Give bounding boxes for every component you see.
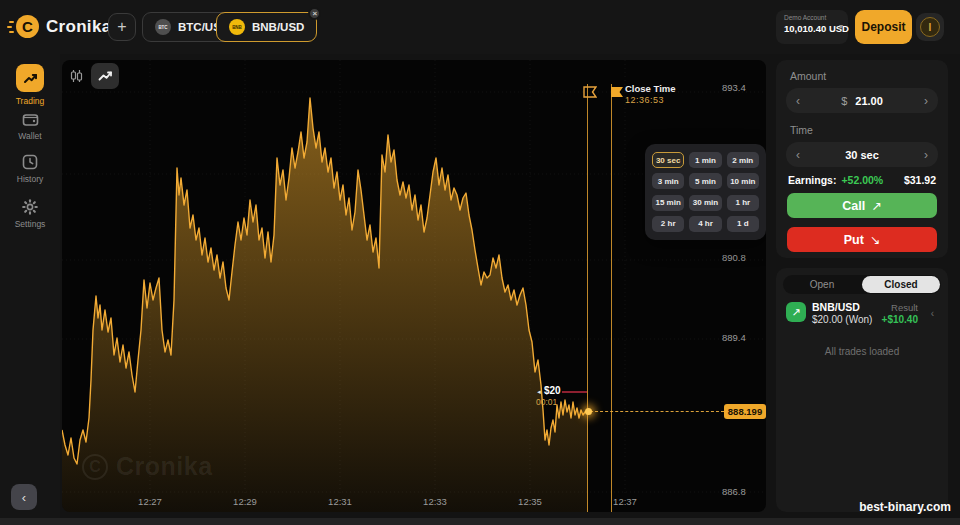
close-time-title: Close Time — [625, 83, 676, 94]
time-option-15min[interactable]: 15 min — [652, 195, 684, 211]
call-button[interactable]: Call↗ — [787, 193, 937, 218]
earnings-row: Earnings: +52.00% $31.92 — [788, 174, 936, 186]
gear-icon — [22, 199, 38, 215]
time-value[interactable]: 30 sec — [845, 149, 879, 161]
amount-value[interactable]: 21.00 — [855, 95, 883, 107]
btc-coin-icon: BTC — [155, 19, 171, 35]
chart-watermark: C Cronika — [82, 452, 213, 481]
time-option-1hr[interactable]: 1 hr — [727, 195, 759, 211]
time-axis-label: 12:35 — [510, 496, 550, 507]
time-option-1min[interactable]: 1 min — [689, 152, 721, 168]
entry-price-line — [562, 391, 587, 393]
avatar[interactable]: I — [916, 13, 944, 41]
trade-marker: ◄$20 00:01 — [536, 385, 561, 407]
entry-time-line — [587, 84, 588, 512]
call-label: Call — [842, 199, 865, 213]
logo-text: Cronika — [46, 17, 111, 37]
site-watermark: best-binary.com — [859, 500, 951, 514]
time-option-2min[interactable]: 2 min — [727, 152, 759, 168]
put-button[interactable]: Put↘ — [787, 227, 937, 252]
watermark-logo-icon: C — [82, 454, 108, 480]
trading-app: C Cronika + BTC BTC/USD BNB BNB/USD × De… — [0, 0, 960, 525]
sidebar-label-wallet: Wallet — [0, 131, 60, 141]
sidebar-label-history: History — [0, 174, 60, 184]
avatar-initial: I — [920, 17, 940, 37]
chevron-down-icon: ▾ — [839, 22, 843, 31]
marker-triangle-icon: ◄ — [536, 389, 542, 395]
trade-pair: BNB/USD — [812, 301, 860, 313]
sidebar-item-settings[interactable]: Settings — [0, 199, 60, 229]
price-axis-label: 886.8 — [722, 486, 764, 497]
close-time-label: Close Time 12:36:53 — [625, 83, 676, 105]
plus-icon: + — [117, 18, 126, 36]
deposit-button[interactable]: Deposit — [855, 10, 912, 44]
logo-icon: C — [16, 15, 39, 38]
sidebar-item-history[interactable]: History — [0, 154, 60, 184]
time-option-30min[interactable]: 30 min — [689, 195, 721, 211]
bnb-coin-icon: BNB — [229, 19, 245, 35]
time-option-30sec[interactable]: 30 sec — [652, 152, 684, 168]
bottom-strip — [0, 518, 960, 525]
trades-tabs: Open Closed — [783, 275, 941, 294]
chart-toolbar — [62, 60, 119, 92]
time-axis-label: 12:31 — [320, 496, 360, 507]
close-time-value: 12:36:53 — [625, 95, 676, 105]
trades-loaded-message: All trades loaded — [776, 346, 948, 357]
app-logo[interactable]: C Cronika — [16, 15, 111, 38]
sidebar-item-trading[interactable]: Trading — [0, 64, 60, 106]
tab-bnbusd-label: BNB/USD — [252, 21, 304, 33]
price-axis-label: 890.8 — [722, 252, 764, 263]
time-option-1d[interactable]: 1 d — [727, 216, 759, 232]
amount-increase-button[interactable]: › — [924, 94, 928, 108]
earnings-percent: +52.00% — [841, 174, 883, 186]
sidebar-label-trading: Trading — [0, 96, 60, 106]
price-axis-label: 889.4 — [722, 332, 764, 343]
sidebar-collapse-button[interactable]: ‹ — [11, 484, 37, 510]
time-stepper: ‹ 30 sec › — [786, 142, 938, 167]
sidebar-label-settings: Settings — [0, 219, 60, 229]
time-option-4hr[interactable]: 4 hr — [689, 216, 721, 232]
trading-chart-icon — [16, 64, 44, 92]
time-increase-button[interactable]: › — [924, 148, 928, 162]
line-chart-type-button[interactable] — [91, 63, 119, 89]
close-tab-icon[interactable]: × — [308, 7, 321, 20]
time-decrease-button[interactable]: ‹ — [796, 148, 800, 162]
amount-label: Amount — [790, 70, 826, 82]
trades-panel: Open Closed ↗ BNB/USD $20.00 (Won) Resul… — [776, 268, 948, 512]
amount-stepper: ‹ $21.00 › — [786, 88, 938, 113]
earnings-label: Earnings: — [788, 174, 836, 186]
tab-closed[interactable]: Closed — [862, 276, 940, 293]
time-axis-label: 12:33 — [415, 496, 455, 507]
price-axis-label: 893.4 — [722, 82, 764, 93]
earnings-value: $31.92 — [904, 174, 936, 186]
wallet-icon — [22, 112, 39, 127]
time-option-10min[interactable]: 10 min — [727, 173, 759, 189]
time-option-3min[interactable]: 3 min — [652, 173, 684, 189]
entry-flag-icon — [583, 86, 597, 98]
topbar: C Cronika + BTC BTC/USD BNB BNB/USD × De… — [0, 0, 960, 54]
candlestick-icon[interactable] — [70, 69, 83, 83]
chevron-left-icon: ‹ — [22, 490, 26, 505]
tab-bnbusd[interactable]: BNB BNB/USD × — [216, 12, 317, 42]
watermark-text: Cronika — [116, 452, 213, 481]
chart-panel: C Cronika Close Time 12:36:53 ◄$20 00:01… — [62, 60, 766, 512]
tab-open[interactable]: Open — [783, 275, 861, 294]
account-type-label: Demo Account — [784, 14, 840, 21]
trade-marker-countdown: 00:01 — [536, 397, 561, 407]
sidebar-item-wallet[interactable]: Wallet — [0, 112, 60, 141]
account-selector[interactable]: Demo Account 10,010.40 USD ▾ — [776, 10, 848, 44]
price-chart[interactable] — [62, 60, 766, 512]
line-chart-icon — [98, 70, 113, 82]
time-option-2hr[interactable]: 2 hr — [652, 216, 684, 232]
amount-decrease-button[interactable]: ‹ — [796, 94, 800, 108]
trade-stake: $20.00 (Won) — [812, 314, 872, 325]
add-tab-button[interactable]: + — [108, 13, 136, 41]
trade-result-value: +$10.40 — [882, 314, 918, 325]
put-label: Put — [844, 233, 864, 247]
time-option-5min[interactable]: 5 min — [689, 173, 721, 189]
current-price-dot — [585, 408, 592, 415]
sidebar: Trading Wallet History Settings ‹ — [0, 54, 60, 525]
trade-result-label: Result — [891, 302, 918, 313]
arrow-up-right-icon: ↗ — [871, 198, 881, 213]
history-clock-icon — [22, 154, 38, 170]
